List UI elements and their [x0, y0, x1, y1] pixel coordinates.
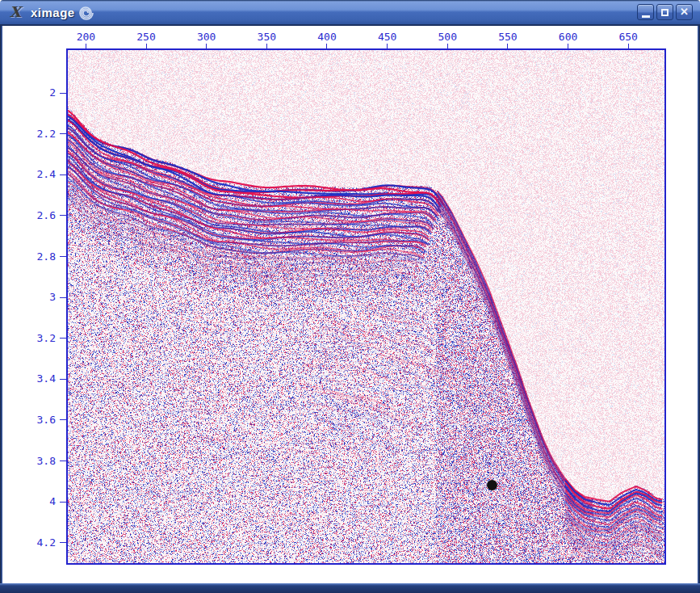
x-tick-label: 250 — [136, 32, 155, 43]
y-tick-mark — [60, 379, 66, 380]
y-tick-mark — [60, 93, 66, 94]
seismic-image-canvas[interactable] — [68, 50, 664, 563]
y-tick-mark — [60, 256, 66, 257]
y-tick-mark — [60, 461, 66, 461]
y-tick-label: 2 — [2, 87, 56, 99]
plot-area: 200250300350400450500550600650 22.22.42.… — [2, 26, 698, 583]
y-tick-label: 2.8 — [2, 251, 56, 263]
x-tick-label: 650 — [618, 32, 637, 43]
ximage-window: X ximage ✕ 20025030035040045050055060065… — [0, 0, 700, 593]
y-tick-mark — [60, 133, 66, 134]
window-title: ximage — [31, 6, 75, 19]
y-tick-mark — [60, 297, 66, 298]
x-tick-label: 550 — [498, 32, 517, 43]
y-tick-label: 3 — [2, 292, 56, 303]
close-button[interactable]: ✕ — [676, 4, 693, 20]
y-tick-mark — [60, 175, 66, 175]
x-tick-label: 400 — [317, 32, 336, 43]
x11-logo-icon: X — [6, 2, 24, 23]
titlebar[interactable]: X ximage ✕ — [0, 0, 700, 26]
y-tick-mark — [60, 215, 66, 216]
spiral-icon — [77, 3, 96, 26]
window-resize-bar[interactable] — [0, 583, 700, 593]
window-controls: ✕ — [637, 4, 693, 20]
y-tick-mark — [60, 502, 66, 503]
y-tick-label: 4.2 — [2, 537, 56, 549]
x-tick-label: 450 — [378, 32, 396, 43]
x-tick-label: 500 — [438, 32, 457, 43]
x-tick-label: 600 — [559, 32, 577, 43]
x-tick-label: 200 — [77, 32, 95, 43]
y-tick-label: 3.2 — [2, 333, 56, 344]
y-tick-label: 2.6 — [2, 210, 56, 221]
y-tick-label: 2.2 — [2, 128, 56, 140]
y-tick-mark — [60, 419, 66, 420]
y-tick-label: 3.6 — [2, 414, 56, 426]
plot-frame — [66, 48, 666, 565]
y-tick-label: 3.8 — [2, 456, 56, 467]
x-tick-label: 350 — [258, 32, 276, 43]
x-tick-label: 300 — [197, 32, 216, 43]
maximize-button[interactable] — [656, 4, 673, 20]
y-tick-mark — [60, 542, 66, 543]
y-tick-label: 2.4 — [2, 169, 56, 180]
close-icon: ✕ — [680, 5, 689, 19]
y-tick-label: 4 — [2, 496, 56, 507]
minimize-icon — [642, 15, 650, 18]
minimize-button[interactable] — [637, 4, 654, 20]
y-tick-label: 3.4 — [2, 373, 56, 385]
y-tick-mark — [60, 338, 66, 339]
maximize-icon — [661, 9, 669, 16]
